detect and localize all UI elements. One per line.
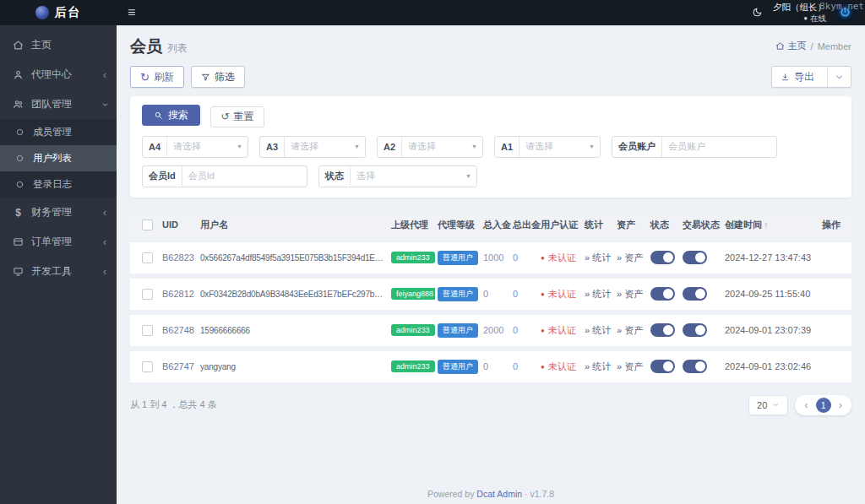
member-id-field[interactable]: 会员Id 会员Id	[142, 165, 307, 187]
withdraw-link[interactable]: 0	[513, 252, 518, 263]
search-button[interactable]: 搜索	[142, 105, 200, 126]
status-toggle[interactable]	[650, 360, 675, 373]
cell-uid: B62823	[160, 242, 198, 274]
stats-link[interactable]: » 统计	[585, 361, 611, 371]
parent-agent-badge[interactable]: admin233	[391, 324, 435, 336]
status-toggle[interactable]	[650, 287, 675, 301]
export-caret[interactable]	[827, 67, 851, 87]
current-page-button[interactable]: 1	[816, 398, 831, 413]
chevron-left-icon: ‹	[103, 208, 106, 218]
select-a4-placeholder: 请选择	[167, 140, 237, 153]
stats-link[interactable]: » 统计	[585, 325, 611, 335]
assets-link[interactable]: » 资产	[617, 325, 643, 335]
select-a2[interactable]: A2 请选择 ▼	[377, 136, 483, 158]
sidebar-item-agent-center[interactable]: 代理中心 ‹	[0, 60, 117, 89]
select-a4[interactable]: A4 请选择 ▼	[142, 136, 248, 158]
hamburger-icon[interactable]: ≡	[128, 5, 135, 20]
trade-status-toggle[interactable]	[683, 251, 707, 264]
assets-link[interactable]: » 资产	[617, 252, 643, 263]
member-account-field[interactable]: 会员账户 会员账户	[612, 136, 777, 158]
assets-link[interactable]: » 资产	[617, 289, 643, 299]
col-parent-agent: 上级代理	[389, 213, 435, 237]
assets-link[interactable]: » 资产	[617, 361, 643, 371]
export-button[interactable]: 导出	[771, 66, 851, 88]
cell-auth: ●未认证	[538, 242, 582, 274]
sidebar-item-finance[interactable]: $ 财务管理 ‹	[0, 198, 117, 227]
prev-page-button[interactable]: ‹	[798, 399, 813, 410]
sidebar-item-member-management[interactable]: 成员管理	[0, 119, 117, 145]
parent-agent-badge[interactable]: feiyang888	[391, 288, 435, 300]
agent-level-badge[interactable]: 普通用户	[438, 251, 478, 265]
dcat-admin-link[interactable]: Dcat Admin	[476, 489, 522, 499]
select-a3[interactable]: A3 请选择 ▼	[259, 136, 366, 158]
cell-uid: B62748	[160, 315, 198, 346]
page-head: 会员列表 主页 / Member	[130, 35, 851, 57]
sidebar-item-dev-tools[interactable]: 开发工具 ‹	[0, 257, 117, 286]
filter-button[interactable]: 筛选	[191, 66, 245, 88]
cell-auth: ●未认证	[538, 351, 582, 382]
member-id-input[interactable]: 会员Id	[182, 170, 307, 182]
agent-level-badge[interactable]: 普通用户	[438, 323, 478, 338]
trade-status-toggle[interactable]	[683, 360, 707, 373]
sidebar-item-user-list[interactable]: 用户列表	[0, 145, 117, 171]
row-checkbox[interactable]	[142, 325, 153, 336]
breadcrumb-home[interactable]: 主页	[775, 40, 807, 52]
sidebar-item-orders[interactable]: 订单管理 ‹	[0, 227, 117, 257]
status-toggle[interactable]	[650, 251, 675, 264]
parent-agent-badge[interactable]: admin233	[391, 252, 435, 263]
col-created-at[interactable]: 创建时间↑	[722, 213, 819, 237]
online-dot-icon: ●	[803, 14, 808, 23]
page-size-select[interactable]: 20	[748, 395, 788, 415]
refresh-button[interactable]: ↻ 刷新	[130, 66, 184, 88]
deposit-link[interactable]: 0	[483, 289, 488, 299]
cell-actions	[819, 351, 851, 382]
col-uid: UID	[160, 213, 198, 237]
stats-link[interactable]: » 统计	[585, 289, 611, 299]
sidebar-item-login-log[interactable]: 登录日志	[0, 171, 117, 198]
deposit-link[interactable]: 2000	[483, 325, 503, 335]
cell-actions	[819, 315, 851, 346]
sidebar-item-home[interactable]: 主页	[0, 30, 117, 60]
deposit-link[interactable]: 0	[483, 361, 488, 371]
page-subtitle: 列表	[167, 42, 188, 54]
dark-mode-icon[interactable]	[752, 7, 764, 19]
unverified-dot-icon: ●	[541, 327, 545, 334]
cell-uid: B62747	[160, 351, 198, 382]
page-title-block: 会员列表	[130, 35, 188, 57]
col-user-auth: 用户认证	[538, 213, 582, 237]
row-checkbox[interactable]	[142, 289, 153, 300]
member-account-input[interactable]: 会员账户	[662, 140, 776, 153]
export-label: 导出	[794, 70, 814, 84]
withdraw-link[interactable]: 0	[513, 325, 518, 335]
deposit-link[interactable]: 1000	[483, 252, 503, 263]
cell-created-at: 2024-12-27 13:47:43	[722, 242, 819, 274]
stats-link[interactable]: » 统计	[585, 252, 611, 263]
circle-icon	[14, 127, 25, 137]
status-toggle[interactable]	[650, 323, 675, 337]
reset-button[interactable]: ↺ 重置	[210, 106, 264, 127]
sidebar-item-label: 主页	[31, 38, 52, 52]
powered-by-label: Powered by	[427, 489, 474, 499]
search-label: 搜索	[168, 108, 188, 122]
row-checkbox[interactable]	[142, 361, 153, 372]
trade-status-toggle[interactable]	[683, 323, 707, 337]
select-all-checkbox[interactable]	[142, 219, 153, 230]
parent-agent-badge[interactable]: admin233	[391, 360, 435, 372]
withdraw-link[interactable]: 0	[513, 289, 518, 299]
filter-label: 筛选	[215, 70, 235, 84]
agent-level-badge[interactable]: 普通用户	[438, 287, 478, 301]
sidebar-item-team-management[interactable]: 团队管理 ‹	[0, 89, 117, 119]
select-a1[interactable]: A1 请选择 ▼	[494, 136, 601, 158]
status-select[interactable]: 状态 选择 ▼	[318, 165, 477, 187]
search-panel: 搜索 ↺ 重置 A4 请选择 ▼ A3 请选择 ▼ A2 请选择 ▼	[130, 96, 851, 198]
brand[interactable]: 后台	[0, 0, 117, 25]
withdraw-link[interactable]: 0	[513, 361, 518, 371]
unverified-dot-icon: ●	[541, 290, 545, 298]
col-total-withdraw: 总出金	[510, 213, 538, 237]
next-page-button[interactable]: ›	[833, 399, 848, 410]
user-info[interactable]: 夕阳（组长） ● 在线	[773, 2, 826, 24]
trade-status-toggle[interactable]	[683, 287, 707, 301]
row-checkbox[interactable]	[142, 252, 153, 263]
table-row: B62812 0xF0342B28d0bA9B34843EeEd31E7bEFc…	[130, 279, 851, 310]
agent-level-badge[interactable]: 普通用户	[438, 360, 478, 374]
